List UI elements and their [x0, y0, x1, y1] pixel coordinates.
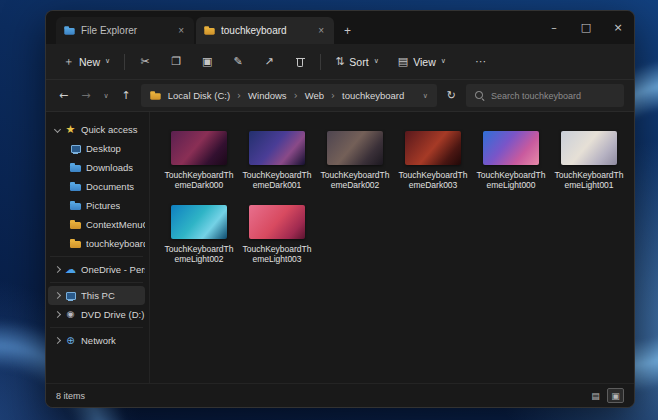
downloads-folder-icon [70, 162, 81, 173]
view-icon: ▤ [398, 56, 408, 67]
refresh-icon[interactable]: ↻ [444, 87, 459, 104]
sidebar-item-label: OneDrive - Personal [81, 264, 145, 275]
file-explorer-icon [64, 25, 74, 35]
chevron-down-icon: ∨ [105, 58, 110, 65]
toolbar-divider [124, 54, 125, 70]
more-options-icon[interactable]: ⋯ [470, 51, 492, 73]
forward-icon[interactable]: → [78, 87, 93, 104]
breadcrumb-segment[interactable]: Windows [248, 90, 287, 101]
trash-icon [295, 56, 306, 67]
back-icon[interactable]: ← [56, 87, 71, 104]
sidebar-item[interactable]: ☁ OneDrive - Personal [48, 260, 145, 279]
sidebar-item-label: Desktop [86, 143, 121, 154]
share-icon[interactable]: ↗ [258, 51, 280, 73]
file-item[interactable]: TouchKeyboardThemeLight002 [163, 205, 235, 265]
command-bar: ＋ New ∨ ✂ ❐ ▣ ✎ ↗ ⇅ Sort ∨ ▤ View ∨ ⋯ [46, 44, 634, 80]
folder-icon [150, 90, 160, 100]
file-name: TouchKeyboardThemeLight002 [164, 244, 234, 265]
file-item[interactable]: TouchKeyboardThemeDark001 [241, 131, 313, 191]
new-tab-button[interactable]: + [334, 24, 361, 44]
documents-folder-icon [70, 181, 81, 192]
chevron-down-icon: ∨ [374, 58, 379, 65]
sidebar-item[interactable]: ContextMenuCust… [48, 215, 145, 234]
paste-icon[interactable]: ▣ [196, 51, 218, 73]
maximize-button[interactable]: □ [570, 11, 602, 44]
sidebar-item[interactable]: ⊕ Network [48, 331, 145, 350]
tab-label: File Explorer [81, 25, 170, 36]
chevron-icon[interactable] [54, 337, 61, 344]
chevron-icon[interactable] [54, 266, 61, 273]
sort-icon: ⇅ [335, 56, 344, 67]
sidebar-item[interactable]: ★ Quick access [48, 120, 145, 139]
sidebar-item-label: Pictures [86, 200, 120, 211]
sidebar-item[interactable]: Desktop [48, 139, 145, 158]
sort-button[interactable]: ⇅ Sort ∨ [330, 52, 384, 72]
file-thumbnail [561, 131, 617, 165]
search-icon [474, 90, 485, 101]
file-name: TouchKeyboardThemeDark002 [320, 170, 390, 191]
address-dropdown-icon[interactable]: ∨ [423, 92, 428, 100]
cut-icon[interactable]: ✂ [134, 51, 156, 73]
file-item[interactable]: TouchKeyboardThemeLight001 [553, 131, 625, 191]
sidebar-item[interactable]: ◉ DVD Drive (D:) CCC… [48, 305, 145, 324]
copy-icon[interactable]: ❐ [165, 51, 187, 73]
recent-locations-icon[interactable]: ∨ [100, 90, 111, 102]
up-icon[interactable]: ↑ [119, 87, 134, 104]
sidebar-item[interactable]: This PC [48, 286, 145, 305]
file-thumbnail [405, 131, 461, 165]
chevron-icon[interactable] [54, 311, 61, 318]
tab-label: touchkeyboard [221, 25, 310, 36]
thumbnails-view-icon[interactable]: ▣ [607, 388, 624, 403]
new-button[interactable]: ＋ New ∨ [58, 52, 115, 72]
window-controls: – □ × [538, 11, 634, 44]
dvd-drive-icon: ◉ [65, 309, 76, 320]
delete-button[interactable] [289, 51, 311, 73]
breadcrumb-separator-icon: › [294, 90, 298, 101]
tab-list: File Explorer × touchkeyboard × [56, 17, 334, 44]
rename-icon[interactable]: ✎ [227, 51, 249, 73]
address-bar: ← → ∨ ↑ Local Disk (C:) › Windows › [46, 80, 634, 112]
onedrive-cloud-icon: ☁ [65, 264, 76, 275]
breadcrumb[interactable]: Local Disk (C:) › Windows › Web › t [141, 84, 437, 107]
folder-icon [70, 219, 81, 230]
file-item[interactable]: TouchKeyboardThemeDark000 [163, 131, 235, 191]
breadcrumb-separator-icon: › [237, 90, 241, 101]
file-item[interactable]: TouchKeyboardThemeLight000 [475, 131, 547, 191]
search-input[interactable] [491, 91, 616, 101]
sidebar-item-label: Documents [86, 181, 134, 192]
chevron-icon[interactable] [54, 126, 61, 133]
sort-button-label: Sort [349, 56, 368, 68]
tab-close-icon[interactable]: × [316, 25, 326, 36]
file-item[interactable]: TouchKeyboardThemeLight003 [241, 205, 313, 265]
sidebar-item-label: Downloads [86, 162, 133, 173]
file-explorer-window: File Explorer × touchkeyboard × + – □ × … [45, 10, 635, 408]
view-button[interactable]: ▤ View ∨ [393, 52, 451, 72]
sidebar-item[interactable]: Documents [48, 177, 145, 196]
file-item[interactable]: TouchKeyboardThemeDark002 [319, 131, 391, 191]
plus-icon: ＋ [63, 56, 74, 67]
breadcrumb-segment[interactable]: touchkeyboard [342, 90, 404, 101]
sidebar-item[interactable]: Pictures [48, 196, 145, 215]
explorer-tab[interactable]: touchkeyboard × [196, 17, 334, 44]
folder-icon [204, 25, 214, 35]
main-area: ★ Quick access Desktop Downloads [46, 112, 634, 383]
file-name: TouchKeyboardThemeDark000 [164, 170, 234, 191]
sidebar-item[interactable]: touchkeyboard [48, 234, 145, 253]
file-name: TouchKeyboardThemeLight000 [476, 170, 546, 191]
breadcrumb-separator-icon: › [331, 90, 335, 101]
pictures-folder-icon [70, 200, 81, 211]
file-item[interactable]: TouchKeyboardThemeDark003 [397, 131, 469, 191]
minimize-button[interactable]: – [538, 11, 570, 44]
explorer-tab[interactable]: File Explorer × [56, 17, 194, 44]
close-button[interactable]: × [602, 11, 634, 44]
file-thumbnail [249, 205, 305, 239]
chevron-icon[interactable] [54, 292, 61, 299]
file-name: TouchKeyboardThemeDark003 [398, 170, 468, 191]
search-box[interactable] [466, 84, 624, 107]
sidebar-item[interactable]: Downloads [48, 158, 145, 177]
breadcrumb-segment[interactable]: Local Disk (C:) [168, 90, 230, 101]
tab-close-icon[interactable]: × [176, 25, 186, 36]
file-name: TouchKeyboardThemeLight003 [242, 244, 312, 265]
breadcrumb-segment[interactable]: Web [305, 90, 324, 101]
details-view-icon[interactable]: ▤ [587, 388, 604, 403]
